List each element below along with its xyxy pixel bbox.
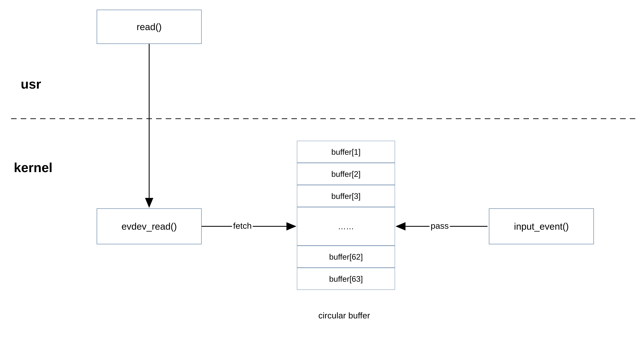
buffer-cell-label: buffer[3] [331, 191, 360, 201]
read-node: read() [97, 10, 202, 44]
buffer-cell-label: …… [338, 222, 354, 231]
buffer-cell-label: buffer[62] [329, 252, 363, 261]
buffer-cell-label: buffer[1] [331, 147, 360, 156]
buffer-cell: buffer[1] [297, 141, 395, 163]
buffer-cell-label: buffer[2] [331, 169, 360, 179]
fetch-label: fetch [232, 221, 253, 231]
buffer-cell: …… [297, 207, 395, 246]
read-node-label: read() [136, 21, 162, 32]
buffer-cell: buffer[62] [297, 246, 395, 268]
pass-label: pass [430, 221, 450, 231]
usr-label: usr [21, 77, 41, 92]
buffer-cell: buffer[3] [297, 185, 395, 207]
input-event-node-label: input_event() [514, 221, 569, 232]
buffer-cell: buffer[2] [297, 163, 395, 185]
kernel-label: kernel [14, 160, 52, 175]
evdev-read-node: evdev_read() [97, 208, 202, 244]
buffer-cell: buffer[63] [297, 268, 395, 290]
buffer-cell-label: buffer[63] [329, 274, 363, 284]
buffer-caption: circular buffer [318, 311, 370, 320]
input-event-node: input_event() [489, 208, 594, 244]
evdev-read-node-label: evdev_read() [122, 221, 177, 232]
